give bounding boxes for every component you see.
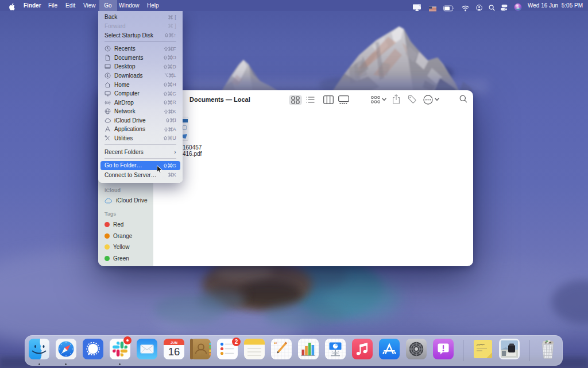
svg-text:“: “ [274, 340, 277, 347]
svg-text:16: 16 [168, 346, 180, 358]
svg-text:JUN: JUN [170, 341, 177, 344]
